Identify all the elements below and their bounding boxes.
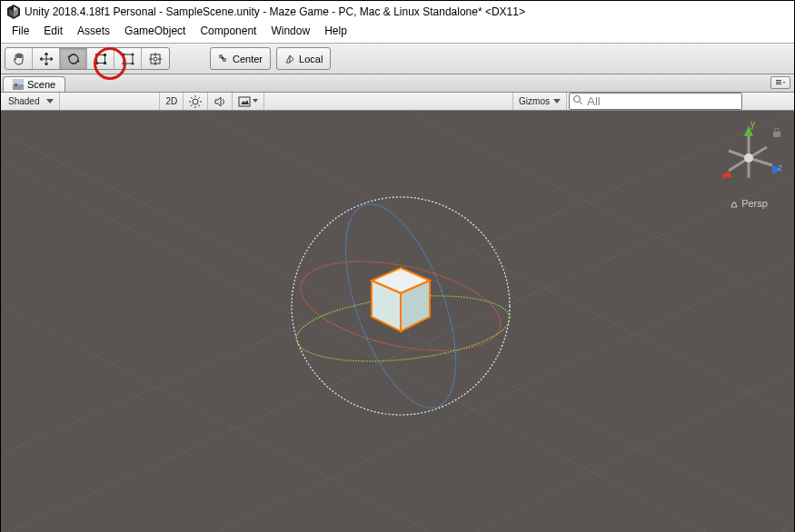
projection-icon xyxy=(730,200,739,209)
menu-assets[interactable]: Assets xyxy=(70,23,117,39)
rotate-icon xyxy=(66,52,81,66)
chevron-down-icon xyxy=(253,99,258,103)
axis-y-label: y xyxy=(750,120,755,129)
handle-rotation-label: Local xyxy=(299,54,323,64)
svg-rect-73 xyxy=(773,132,780,137)
gizmos-dropdown[interactable]: Gizmos xyxy=(512,93,567,110)
svg-marker-39 xyxy=(241,100,249,104)
rect-tool-button[interactable] xyxy=(114,48,142,69)
svg-point-12 xyxy=(131,53,134,55)
search-icon xyxy=(572,94,583,105)
image-icon xyxy=(238,96,251,107)
svg-marker-72 xyxy=(731,202,737,207)
svg-rect-8 xyxy=(95,62,98,64)
mode-2d-label: 2D xyxy=(165,96,177,106)
svg-point-71 xyxy=(744,153,753,163)
svg-line-43 xyxy=(580,102,582,104)
handle-rotation-button[interactable]: Local xyxy=(277,48,330,69)
hand-icon xyxy=(12,52,26,66)
sun-icon xyxy=(189,95,202,108)
svg-rect-22 xyxy=(15,84,17,86)
svg-marker-41 xyxy=(553,99,561,103)
scale-tool-button[interactable] xyxy=(87,48,114,69)
menu-file[interactable]: File xyxy=(5,23,36,39)
rect-icon xyxy=(121,52,135,66)
tab-options-button[interactable] xyxy=(770,76,790,89)
move-icon xyxy=(39,52,54,66)
scene-tab-icon xyxy=(13,79,24,90)
menu-help[interactable]: Help xyxy=(317,23,354,39)
svg-rect-6 xyxy=(95,54,98,56)
scene-control-bar: Shaded 2D Gizmos xyxy=(1,93,794,111)
multi-tool-icon xyxy=(148,52,163,66)
move-tool-button[interactable] xyxy=(33,48,60,69)
menu-edit[interactable]: Edit xyxy=(36,23,70,39)
tab-strip: Scene xyxy=(1,74,794,93)
svg-line-33 xyxy=(191,97,193,99)
svg-line-34 xyxy=(199,104,201,106)
menu-component[interactable]: Component xyxy=(193,23,263,39)
gizmos-label: Gizmos xyxy=(519,96,550,106)
svg-point-16 xyxy=(154,57,157,61)
svg-rect-9 xyxy=(104,62,106,64)
hand-tool-button[interactable] xyxy=(5,48,33,69)
dropdown-icon xyxy=(775,79,786,86)
selected-cube[interactable] xyxy=(372,268,430,331)
multi-tool-button[interactable] xyxy=(142,48,169,69)
title-bar: Unity 2018.4.18f1 Personal - SampleScene… xyxy=(1,1,794,23)
rotate-gizmo[interactable] xyxy=(255,161,546,451)
svg-line-36 xyxy=(199,97,201,99)
window-title: Unity 2018.4.18f1 Personal - SampleScene… xyxy=(25,5,525,18)
unity-logo-icon xyxy=(6,5,21,19)
svg-point-42 xyxy=(574,96,581,103)
menu-window[interactable]: Window xyxy=(263,23,317,39)
handle-group: Local xyxy=(276,47,331,70)
pivot-group: Center xyxy=(210,47,271,70)
speaker-icon xyxy=(214,95,226,108)
shading-mode-dropdown[interactable]: Shaded xyxy=(3,93,60,110)
mode-2d-toggle[interactable]: 2D xyxy=(160,93,184,110)
svg-rect-24 xyxy=(776,82,781,83)
shading-mode-label: Shaded xyxy=(8,96,39,106)
orientation-gizmo[interactable]: x y z Persp xyxy=(712,120,785,209)
svg-point-11 xyxy=(122,53,124,55)
svg-line-48 xyxy=(1,501,794,532)
menu-bar: File Edit Assets GameObject Component Wi… xyxy=(1,23,794,43)
svg-point-19 xyxy=(222,56,224,59)
center-pivot-icon xyxy=(218,54,229,64)
scene-search-input[interactable] xyxy=(569,93,742,110)
svg-rect-20 xyxy=(13,84,24,90)
menu-gameobject[interactable]: GameObject xyxy=(117,23,193,39)
svg-rect-7 xyxy=(104,54,106,56)
pivot-mode-button[interactable]: Center xyxy=(211,48,270,69)
svg-rect-25 xyxy=(776,84,781,84)
svg-rect-23 xyxy=(776,80,781,81)
chevron-down-icon xyxy=(46,99,54,104)
scale-icon xyxy=(94,52,108,66)
scene-viewport[interactable]: x y z Persp xyxy=(1,111,794,532)
svg-point-28 xyxy=(193,99,198,104)
svg-marker-37 xyxy=(215,97,221,106)
svg-line-35 xyxy=(191,104,193,106)
axis-z-label: z xyxy=(778,163,782,172)
axis-x-label: x xyxy=(721,172,726,182)
transform-tool-group xyxy=(5,47,170,70)
svg-marker-27 xyxy=(46,99,54,103)
lock-icon[interactable] xyxy=(772,127,781,138)
lighting-toggle[interactable] xyxy=(184,93,208,110)
chevron-down-icon xyxy=(553,99,561,104)
effects-dropdown[interactable] xyxy=(233,93,264,110)
projection-label[interactable]: Persp xyxy=(712,198,785,209)
svg-point-13 xyxy=(122,62,124,64)
scene-search-wrap xyxy=(569,93,787,110)
pivot-mode-label: Center xyxy=(233,54,263,64)
local-icon xyxy=(284,54,295,64)
rotate-tool-button[interactable] xyxy=(60,48,87,69)
svg-point-14 xyxy=(131,62,134,64)
tab-scene[interactable]: Scene xyxy=(3,76,65,92)
scene-tab-label: Scene xyxy=(27,79,55,90)
svg-rect-10 xyxy=(124,54,133,64)
svg-marker-40 xyxy=(253,99,258,103)
main-toolbar: Center Local xyxy=(1,43,794,74)
audio-toggle[interactable] xyxy=(208,93,233,110)
